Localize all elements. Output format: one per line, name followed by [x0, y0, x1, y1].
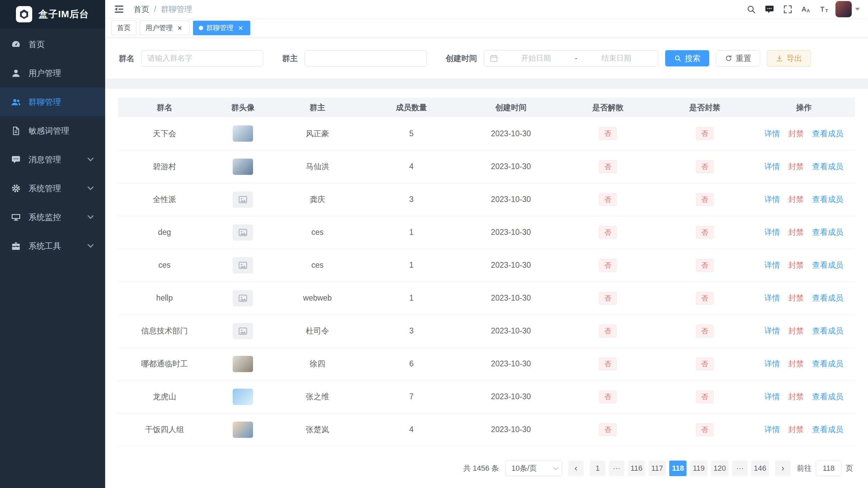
group-avatar-cell	[211, 216, 275, 249]
close-icon[interactable]: ×	[236, 24, 245, 32]
font-size-icon[interactable]: AA	[798, 1, 814, 17]
sidebar-item[interactable]: 系统监控	[0, 203, 105, 231]
app-logo[interactable]: 盒子IM后台	[0, 0, 105, 28]
sidebar-item-label: 系统管理	[28, 183, 87, 194]
ban-link[interactable]: 封禁	[788, 326, 804, 335]
sidebar-item[interactable]: 敏感词管理	[0, 116, 105, 145]
view-members-link[interactable]: 查看成员	[812, 326, 843, 335]
tab[interactable]: 首页	[111, 21, 136, 35]
detail-link[interactable]: 详情	[765, 392, 780, 401]
ban-link[interactable]: 封禁	[788, 228, 804, 237]
detail-link[interactable]: 详情	[765, 228, 780, 237]
message-icon[interactable]	[761, 1, 777, 17]
app: { "app": { "logo_text": "盒子IM后台" }, "sid…	[0, 0, 868, 488]
sidebar-item-label: 首页	[28, 39, 94, 50]
group-name-input[interactable]	[141, 50, 263, 66]
sidebar-item[interactable]: 系统管理	[0, 174, 105, 203]
view-members-link[interactable]: 查看成员	[812, 261, 843, 269]
ban-link[interactable]: 封禁	[788, 129, 804, 138]
table-card: 群名群头像群主成员数量创建时间是否解散是否封禁操作 天下会 风正豪 5	[105, 89, 868, 488]
detail-link[interactable]: 详情	[765, 425, 780, 434]
view-members-link[interactable]: 查看成员	[812, 392, 843, 401]
view-members-link[interactable]: 查看成员	[812, 359, 843, 368]
date-range-picker[interactable]: 开始日期 - 结束日期	[484, 50, 658, 66]
page-button[interactable]: 1	[590, 461, 605, 476]
next-page-button[interactable]: ›	[775, 461, 791, 476]
image-placeholder-icon	[233, 224, 253, 241]
sidebar: 盒子IM后台 首页 用户管理 群聊管理 敏感词管理	[0, 0, 105, 488]
search-button[interactable]: 搜索	[665, 50, 709, 66]
view-members-link[interactable]: 查看成员	[812, 195, 843, 204]
members-count-cell: 3	[360, 183, 463, 216]
detail-link[interactable]: 详情	[765, 129, 780, 138]
owner-filter: 群主	[282, 50, 427, 66]
dissolved-cell: 否	[559, 282, 657, 314]
main-area: 首页 / 群聊管理 AA TT 首页	[105, 0, 868, 488]
page-button[interactable]: ···	[732, 461, 748, 476]
reset-button[interactable]: 重置	[716, 50, 760, 66]
close-icon[interactable]: ×	[176, 24, 184, 32]
page-button[interactable]: 146	[751, 461, 769, 476]
sidebar-item[interactable]: 消息管理	[0, 145, 105, 174]
goto-page: 前往 页	[797, 461, 853, 476]
detail-link[interactable]: 详情	[765, 162, 780, 171]
sidebar-item[interactable]: 用户管理	[0, 59, 105, 87]
group-avatar	[233, 389, 253, 405]
view-members-link[interactable]: 查看成员	[812, 228, 843, 237]
ban-link[interactable]: 封禁	[788, 162, 804, 171]
page-button[interactable]: 119	[690, 461, 707, 476]
goto-page-input[interactable]	[816, 461, 842, 476]
ban-link[interactable]: 封禁	[788, 392, 804, 401]
created-time-cell: 2023-10-30	[463, 413, 559, 446]
owner-input[interactable]	[305, 50, 427, 66]
search-icon[interactable]	[743, 1, 759, 17]
view-members-link[interactable]: 查看成员	[812, 162, 843, 171]
page-button[interactable]: 118	[669, 461, 687, 476]
page-button[interactable]: ···	[609, 461, 624, 476]
page-button[interactable]: 116	[628, 461, 645, 476]
tab[interactable]: 用户管理 ×	[140, 21, 190, 35]
dissolved-badge: 否	[599, 127, 617, 140]
detail-link[interactable]: 详情	[765, 326, 780, 335]
group-avatar	[233, 159, 253, 175]
breadcrumb-home[interactable]: 首页	[134, 4, 149, 15]
sidebar-item[interactable]: 系统工具	[0, 231, 105, 260]
page-button[interactable]: 120	[711, 461, 729, 476]
table-row: 哪都通临时工 徐四 6 2023-10-30 否 否 详情	[118, 347, 855, 380]
page-size-select[interactable]: 10条/页	[505, 461, 562, 476]
breadcrumb-current: 群聊管理	[161, 4, 192, 15]
page-button[interactable]: 117	[649, 461, 666, 476]
image-placeholder-icon	[233, 191, 253, 208]
tab[interactable]: 群聊管理 ×	[193, 21, 250, 35]
ban-link[interactable]: 封禁	[788, 293, 804, 302]
page-size-value: 10条/页	[512, 463, 537, 473]
column-header: 群名	[118, 98, 211, 117]
column-header: 群头像	[211, 98, 275, 117]
detail-link[interactable]: 详情	[765, 293, 780, 302]
view-members-link[interactable]: 查看成员	[812, 425, 843, 434]
user-menu[interactable]	[835, 1, 860, 17]
ban-link[interactable]: 封禁	[788, 359, 804, 368]
text-icon[interactable]: TT	[816, 1, 832, 17]
prev-page-button[interactable]: ‹	[568, 461, 584, 476]
actions-cell: 详情 封禁 查看成员	[753, 117, 855, 150]
ban-link[interactable]: 封禁	[788, 195, 804, 204]
toolbox-icon	[11, 241, 21, 251]
sidebar-item-label: 消息管理	[28, 154, 87, 165]
sidebar-item[interactable]: 首页	[0, 30, 105, 59]
detail-link[interactable]: 详情	[765, 195, 780, 204]
ban-link[interactable]: 封禁	[788, 261, 804, 269]
view-members-link[interactable]: 查看成员	[812, 293, 843, 302]
gear-icon	[11, 183, 21, 194]
group-icon	[11, 97, 21, 107]
export-button[interactable]: 导出	[767, 50, 811, 66]
tabs-bar: 首页 用户管理 × 群聊管理 ×	[105, 18, 868, 38]
sidebar-item[interactable]: 群聊管理	[0, 87, 105, 116]
dissolved-badge: 否	[599, 226, 617, 239]
detail-link[interactable]: 详情	[765, 261, 780, 269]
ban-link[interactable]: 封禁	[788, 425, 804, 434]
detail-link[interactable]: 详情	[765, 359, 780, 368]
fullscreen-icon[interactable]	[780, 1, 795, 17]
sidebar-collapse-icon[interactable]	[113, 3, 125, 15]
view-members-link[interactable]: 查看成员	[812, 129, 843, 138]
